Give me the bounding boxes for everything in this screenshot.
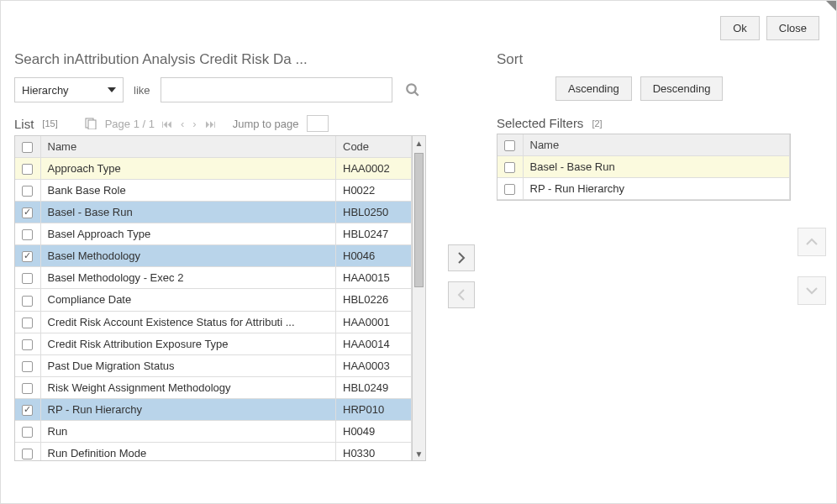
table-row[interactable]: Basel Approach TypeHBL0247 xyxy=(15,223,412,245)
row-checkbox[interactable] xyxy=(22,405,33,416)
search-title: Search inAttribution Analysis Credit Ris… xyxy=(14,51,426,68)
row-name: Compliance Date xyxy=(40,289,336,311)
row-code: H0330 xyxy=(336,442,412,460)
sort-title: Sort xyxy=(497,51,823,68)
selected-header-name[interactable]: Name xyxy=(523,134,790,156)
search-button[interactable] xyxy=(399,76,426,103)
table-row[interactable]: Approach TypeHAA0002 xyxy=(15,158,412,180)
row-name: Basel - Base Run xyxy=(40,202,336,223)
row-name: Past Due Migration Status xyxy=(40,354,336,376)
list-select-all-checkbox[interactable] xyxy=(22,142,33,153)
pager-prev-button[interactable]: ‹ xyxy=(179,118,186,130)
search-field-select[interactable]: Hierarchy xyxy=(14,77,124,102)
selected-table-container: Name Basel - Base RunRP - Run Hierarchy xyxy=(497,134,791,201)
list-table-container: Name Code Approach TypeHAA0002Bank Base … xyxy=(14,135,426,461)
dialog-frame: Ok Close Search inAttribution Analysis C… xyxy=(0,0,837,504)
row-checkbox[interactable] xyxy=(22,273,33,284)
scroll-up-icon[interactable]: ▲ xyxy=(413,136,425,150)
table-row[interactable]: Basel - Base Run xyxy=(497,156,790,178)
list-title: List xyxy=(14,117,34,131)
close-button[interactable]: Close xyxy=(766,16,819,40)
table-row[interactable]: Basel Methodology - Exec 2HAA0015 xyxy=(15,267,412,289)
row-checkbox[interactable] xyxy=(22,318,33,328)
selected-title: Selected Filters xyxy=(497,116,583,130)
selected-panel: Sort Ascending Descending Selected Filte… xyxy=(497,51,823,461)
row-name: Approach Type xyxy=(40,158,336,180)
move-down-button[interactable] xyxy=(798,276,826,305)
sort-descending-button[interactable]: Descending xyxy=(640,76,724,101)
table-row[interactable]: Credit Risk Account Existence Status for… xyxy=(15,311,412,333)
chevron-up-icon xyxy=(806,238,818,246)
search-icon xyxy=(405,82,420,97)
pager-first-button[interactable]: ⏮ xyxy=(160,118,174,130)
reorder-buttons xyxy=(798,228,826,305)
row-checkbox[interactable] xyxy=(22,361,33,372)
table-row[interactable]: RP - Run HierarchyHRP010 xyxy=(15,398,412,420)
table-row[interactable]: RP - Run Hierarchy xyxy=(497,178,790,200)
page-label: Page 1 / 1 xyxy=(105,118,155,130)
svg-line-1 xyxy=(414,92,418,96)
list-header-checkbox-cell xyxy=(15,136,40,158)
chevron-left-icon xyxy=(457,289,466,301)
list-scrollbar[interactable]: ▲ ▼ xyxy=(412,136,425,460)
search-input[interactable] xyxy=(161,77,392,102)
pager-last-button[interactable]: ⏭ xyxy=(203,118,218,130)
move-left-button[interactable] xyxy=(448,281,475,308)
row-name: RP - Run Hierarchy xyxy=(40,398,336,420)
row-checkbox[interactable] xyxy=(22,296,33,307)
row-name: RP - Run Hierarchy xyxy=(523,178,790,200)
row-checkbox[interactable] xyxy=(504,184,515,195)
row-name: Run xyxy=(40,420,336,442)
row-checkbox[interactable] xyxy=(22,427,33,438)
table-row[interactable]: RunH0049 xyxy=(15,420,412,442)
list-header-code[interactable]: Code xyxy=(336,136,412,158)
row-code: HBL0249 xyxy=(336,376,412,398)
scroll-thumb[interactable] xyxy=(414,153,424,287)
move-up-button[interactable] xyxy=(798,228,826,256)
row-checkbox[interactable] xyxy=(22,339,33,350)
pager: Page 1 / 1 ⏮ ‹ › ⏭ xyxy=(105,118,218,130)
table-row[interactable]: Compliance DateHBL0226 xyxy=(15,289,412,311)
svg-rect-3 xyxy=(88,120,96,129)
row-code: HAA0002 xyxy=(336,158,412,180)
row-name: Basel - Base Run xyxy=(523,156,790,178)
pager-next-button[interactable]: › xyxy=(191,118,197,130)
row-code: HAA0014 xyxy=(336,333,412,354)
table-row[interactable]: Bank Base RoleH0022 xyxy=(15,180,412,202)
row-name: Run Definition Mode xyxy=(40,442,336,460)
row-checkbox[interactable] xyxy=(22,186,33,197)
scroll-down-icon[interactable]: ▼ xyxy=(413,447,425,460)
table-row[interactable]: Run Definition ModeH0330 xyxy=(15,442,412,460)
row-checkbox[interactable] xyxy=(22,251,33,262)
list-header-name[interactable]: Name xyxy=(40,136,336,158)
selected-table: Name Basel - Base RunRP - Run Hierarchy xyxy=(497,134,790,200)
row-checkbox[interactable] xyxy=(22,229,33,240)
ok-button[interactable]: Ok xyxy=(720,16,760,40)
row-checkbox[interactable] xyxy=(22,164,33,175)
chevron-down-icon xyxy=(108,87,116,92)
row-name: Basel Methodology xyxy=(40,245,336,267)
row-code: HRP010 xyxy=(336,398,412,420)
sort-ascending-button[interactable]: Ascending xyxy=(555,76,632,101)
table-row[interactable]: Basel MethodologyH0046 xyxy=(15,245,412,267)
row-code: HAA0015 xyxy=(336,267,412,289)
selected-header-checkbox-cell xyxy=(497,134,523,156)
table-row[interactable]: Past Due Migration StatusHAA0003 xyxy=(15,354,412,376)
row-checkbox[interactable] xyxy=(22,449,33,459)
table-row[interactable]: Credit Risk Attribution Exposure TypeHAA… xyxy=(15,333,412,354)
row-code: H0046 xyxy=(336,245,412,267)
row-checkbox[interactable] xyxy=(22,383,33,394)
table-row[interactable]: Risk Weight Assignment MethodologyHBL024… xyxy=(15,376,412,398)
search-operator-label: like xyxy=(130,84,154,97)
transfer-buttons xyxy=(436,51,487,461)
chevron-right-icon xyxy=(457,252,466,264)
table-row[interactable]: Basel - Base RunHBL0250 xyxy=(15,202,412,223)
row-checkbox[interactable] xyxy=(22,207,33,218)
move-right-button[interactable] xyxy=(448,244,475,271)
selected-select-all-checkbox[interactable] xyxy=(504,140,515,151)
search-field-value: Hierarchy xyxy=(22,84,69,97)
chevron-down-icon xyxy=(806,286,818,295)
jump-to-page-input[interactable] xyxy=(307,115,329,132)
list-count: [15] xyxy=(42,118,57,129)
row-checkbox[interactable] xyxy=(504,162,515,173)
